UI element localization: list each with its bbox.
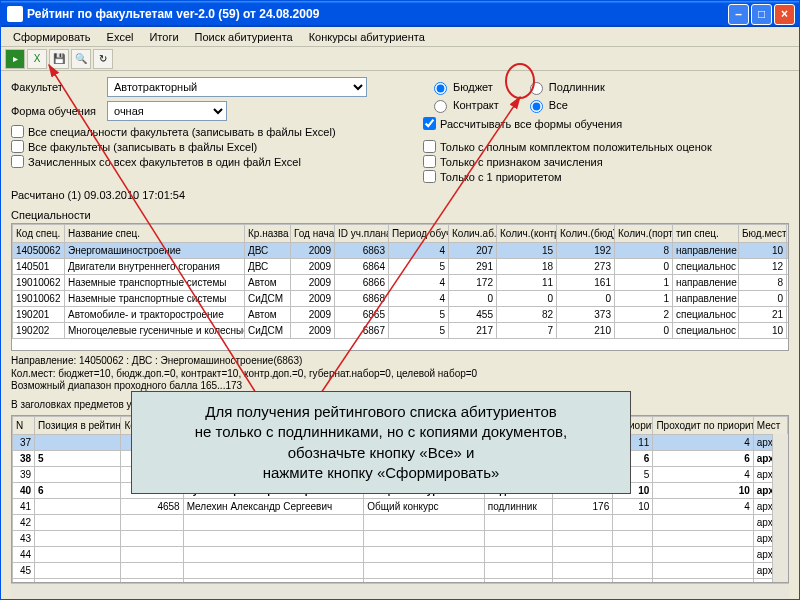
col-proh[interactable]: Проходит по приоритету bbox=[653, 417, 753, 435]
col-kontmest[interactable]: Конт.мест bbox=[787, 225, 790, 243]
col-kolbud[interactable]: Колич.(бюд) bbox=[557, 225, 615, 243]
col-pos[interactable]: Позиция в рейтинг bbox=[35, 417, 121, 435]
col-tip[interactable]: тип спец. bbox=[673, 225, 739, 243]
col-period[interactable]: Период обуч. bbox=[389, 225, 449, 243]
menubar: Сформировать Excel Итоги Поиск абитуриен… bbox=[1, 27, 799, 47]
hscrollbar[interactable] bbox=[11, 583, 789, 599]
col-n[interactable]: N bbox=[13, 417, 35, 435]
col-kod[interactable]: Код спец. bbox=[13, 225, 65, 243]
filter-panel: Факультет Автотракторный Форма обучения … bbox=[1, 71, 799, 187]
applicant-row[interactable]: 42архи bbox=[13, 515, 788, 531]
chk-prior[interactable]: Только с 1 приоритетом bbox=[423, 170, 789, 183]
tool-excel-icon[interactable]: X bbox=[27, 49, 47, 69]
applicant-row[interactable]: 467архи bbox=[13, 579, 788, 584]
note-l2: не только с подлинниками, но с копиями д… bbox=[146, 422, 616, 442]
note-l4: нажмите кнопку «Сформировать» bbox=[146, 463, 616, 483]
tool-run-icon[interactable]: ▸ bbox=[5, 49, 25, 69]
col-kolab[interactable]: Колич.аб. bbox=[449, 225, 497, 243]
menu-excel[interactable]: Excel bbox=[99, 29, 142, 45]
chk-all-spec[interactable]: Все специальности факультета (записывать… bbox=[11, 125, 411, 138]
titlebar: Рейтинг по факультетам ver-2.0 (59) от 2… bbox=[1, 1, 799, 27]
spec-header-row: Код спец. Название спец. Кр.назва Год на… bbox=[13, 225, 790, 243]
tool-refresh-icon[interactable]: ↻ bbox=[93, 49, 113, 69]
maximize-button[interactable]: □ bbox=[751, 4, 772, 25]
spec-row[interactable]: 14050062ЭнергомашиностроениеДВС200968634… bbox=[13, 243, 790, 259]
radio-budget[interactable]: Бюджет bbox=[429, 79, 499, 95]
spec-row[interactable]: 19010062Наземные транспортные системыСиД… bbox=[13, 291, 790, 307]
col-iduch[interactable]: ID уч.плана bbox=[335, 225, 389, 243]
menu-poisk[interactable]: Поиск абитуриента bbox=[187, 29, 301, 45]
status-text: Расчитано (1) 09.03.2010 17:01:54 bbox=[1, 187, 799, 203]
radio-vse[interactable]: Все bbox=[525, 97, 605, 113]
faculty-select[interactable]: Автотракторный bbox=[107, 77, 367, 97]
toolbar: ▸ X 💾 🔍 ↻ bbox=[1, 47, 799, 71]
menu-form[interactable]: Сформировать bbox=[5, 29, 99, 45]
spec-row[interactable]: 140501Двигатели внутреннего сгоранияДВС2… bbox=[13, 259, 790, 275]
col-budmest[interactable]: Бюд.мест bbox=[739, 225, 787, 243]
chk-all-fak[interactable]: Все факультеты (записывать в файлы Excel… bbox=[11, 140, 411, 153]
col-mest[interactable]: Мест bbox=[753, 417, 787, 435]
applicant-row[interactable]: 414658Мелехин Александр СергеевичОбщий к… bbox=[13, 499, 788, 515]
spec-section-label: Специальности bbox=[1, 203, 799, 223]
applicant-row[interactable]: 45архи bbox=[13, 563, 788, 579]
radio-podlinnik[interactable]: Подлинник bbox=[525, 79, 605, 95]
app-icon bbox=[7, 6, 23, 22]
chk-priz[interactable]: Только с признаком зачисления bbox=[423, 155, 789, 168]
menu-konkursy[interactable]: Конкурсы абитуриента bbox=[301, 29, 433, 45]
close-button[interactable]: × bbox=[774, 4, 795, 25]
funding-group: Бюджет Контракт bbox=[423, 77, 505, 115]
mid-line2: Кол.мест: бюджет=10, бюдж.доп.=0, контра… bbox=[11, 368, 789, 381]
col-god[interactable]: Год нача bbox=[291, 225, 335, 243]
tool-search-icon[interactable]: 🔍 bbox=[71, 49, 91, 69]
doc-group: Подлинник Все bbox=[519, 77, 611, 115]
spec-row[interactable]: 190201Автомобиле- и тракторостроениеАвто… bbox=[13, 307, 790, 323]
applicant-row[interactable]: 44архи bbox=[13, 547, 788, 563]
vscrollbar[interactable] bbox=[772, 434, 788, 582]
window-title: Рейтинг по факультетам ver-2.0 (59) от 2… bbox=[27, 7, 726, 21]
note-l1: Для получения рейтингового списка абитур… bbox=[146, 402, 616, 422]
annotation-note: Для получения рейтингового списка абитур… bbox=[131, 391, 631, 494]
note-l3: обозначьте кнопку «Все» и bbox=[146, 443, 616, 463]
mid-line1: Направление: 14050062 : ДВС : Энергомаши… bbox=[11, 355, 789, 368]
tool-save-icon[interactable]: 💾 bbox=[49, 49, 69, 69]
spec-grid: Код спец. Название спец. Кр.назва Год на… bbox=[11, 223, 789, 351]
radio-contract[interactable]: Контракт bbox=[429, 97, 499, 113]
form-label: Форма обучения bbox=[11, 105, 101, 117]
app-window: Рейтинг по факультетам ver-2.0 (59) от 2… bbox=[0, 0, 800, 600]
form-select[interactable]: очная bbox=[107, 101, 227, 121]
spec-row[interactable]: 190202Многоцелевые гусеничные и колесные… bbox=[13, 323, 790, 339]
spec-row[interactable]: 19010062Наземные транспортные системыАвт… bbox=[13, 275, 790, 291]
chk-zach[interactable]: Зачисленных со всех факультетов в один ф… bbox=[11, 155, 411, 168]
col-kr[interactable]: Кр.назва bbox=[245, 225, 291, 243]
col-kolport[interactable]: Колич.(порта bbox=[615, 225, 673, 243]
chk-poln[interactable]: Только с полным комплектом положительных… bbox=[423, 140, 789, 153]
applicant-row[interactable]: 43архи bbox=[13, 531, 788, 547]
col-name[interactable]: Название спец. bbox=[65, 225, 245, 243]
chk-rasch[interactable]: Рассчитывать все формы обучения bbox=[423, 117, 622, 130]
col-kolkontr[interactable]: Колич.(контр bbox=[497, 225, 557, 243]
faculty-label: Факультет bbox=[11, 81, 101, 93]
minimize-button[interactable]: – bbox=[728, 4, 749, 25]
menu-itogi[interactable]: Итоги bbox=[141, 29, 186, 45]
